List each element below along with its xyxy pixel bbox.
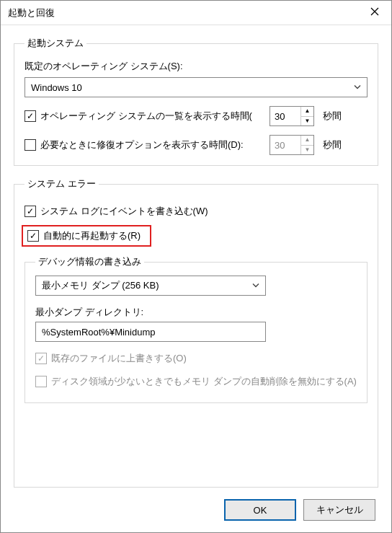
disable-delete-checkbox xyxy=(35,376,47,387)
cancel-button[interactable]: キャンセル xyxy=(303,499,375,521)
cancel-button-label: キャンセル xyxy=(316,503,363,516)
chevron-down-icon xyxy=(354,82,361,93)
show-os-list-label: オペレーティング システムの一覧を表示する時間( xyxy=(40,110,252,123)
spinner-up-icon[interactable]: ▲ xyxy=(301,107,313,117)
button-bar: OK キャンセル xyxy=(14,499,378,524)
system-error-legend: システム エラー xyxy=(24,177,99,190)
write-event-label: システム ログにイベントを書き込む(W) xyxy=(40,205,208,218)
show-os-list-checkbox[interactable] xyxy=(24,110,36,122)
show-recovery-checkbox[interactable] xyxy=(24,139,36,151)
auto-restart-label: 自動的に再起動する(R) xyxy=(43,229,141,242)
seconds-unit: 秒間 xyxy=(323,138,342,151)
show-recovery-seconds-input xyxy=(270,136,300,154)
dump-directory-input[interactable] xyxy=(35,322,266,342)
overwrite-checkbox xyxy=(35,353,47,364)
disable-delete-label: ディスク領域が少ないときでもメモリ ダンプの自動削除を無効にする(A) xyxy=(51,375,357,388)
startup-system-group: 起動システム 既定のオペレーティング システム(S): Windows 10 オ… xyxy=(14,37,378,166)
debug-info-legend: デバッグ情報の書き込み xyxy=(35,255,144,268)
content-area: 起動システム 既定のオペレーティング システム(S): Windows 10 オ… xyxy=(1,25,391,532)
show-os-list-seconds[interactable]: ▲ ▼ xyxy=(270,106,314,126)
overwrite-label: 既存のファイルに上書きする(O) xyxy=(51,352,187,365)
dump-type-value: 最小メモリ ダンプ (256 KB) xyxy=(42,279,159,292)
show-recovery-seconds: ▲ ▼ xyxy=(270,135,314,155)
show-recovery-row: 必要なときに修復オプションを表示する時間(D): ▲ ▼ 秒間 xyxy=(24,135,368,155)
dump-directory-label: 最小ダンプ ディレクトリ: xyxy=(35,306,357,319)
system-error-group: システム エラー システム ログにイベントを書き込む(W) 自動的に再起動する(… xyxy=(14,177,378,488)
default-os-select[interactable]: Windows 10 xyxy=(24,77,368,97)
show-os-list-seconds-input[interactable] xyxy=(270,107,300,125)
seconds-unit: 秒間 xyxy=(323,110,342,123)
show-recovery-label: 必要なときに修復オプションを表示する時間(D): xyxy=(40,138,244,151)
overwrite-row: 既存のファイルに上書きする(O) xyxy=(35,352,357,365)
default-os-label: 既定のオペレーティング システム(S): xyxy=(24,60,368,73)
auto-restart-row: 自動的に再起動する(R) xyxy=(22,225,151,247)
debug-info-group: デバッグ情報の書き込み 最小メモリ ダンプ (256 KB) 最小ダンプ ディレ… xyxy=(24,255,368,403)
startup-recovery-dialog: 起動と回復 起動システム 既定のオペレーティング システム(S): Window… xyxy=(0,0,392,533)
default-os-value: Windows 10 xyxy=(31,82,82,93)
spinner-up-icon: ▲ xyxy=(301,136,313,146)
write-event-checkbox[interactable] xyxy=(24,206,36,217)
dump-type-select[interactable]: 最小メモリ ダンプ (256 KB) xyxy=(35,276,266,296)
chevron-down-icon xyxy=(252,281,259,291)
spinner-down-icon[interactable]: ▼ xyxy=(301,117,313,126)
ok-button[interactable]: OK xyxy=(224,499,296,521)
show-os-list-row: オペレーティング システムの一覧を表示する時間( ▲ ▼ 秒間 xyxy=(24,106,368,126)
auto-restart-checkbox[interactable] xyxy=(27,230,39,242)
disable-delete-row: ディスク領域が少ないときでもメモリ ダンプの自動削除を無効にする(A) xyxy=(35,375,357,388)
spinner-down-icon: ▼ xyxy=(301,146,313,155)
startup-system-legend: 起動システム xyxy=(24,37,86,50)
titlebar: 起動と回復 xyxy=(1,1,391,25)
write-event-row: システム ログにイベントを書き込む(W) xyxy=(24,205,368,218)
window-title: 起動と回復 xyxy=(8,6,358,19)
close-icon xyxy=(370,7,379,18)
ok-button-label: OK xyxy=(254,505,267,516)
close-button[interactable] xyxy=(358,1,391,25)
